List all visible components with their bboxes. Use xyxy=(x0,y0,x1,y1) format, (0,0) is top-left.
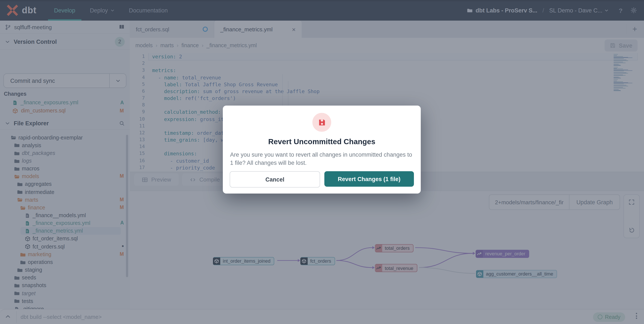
modal-body-text: Are you sure you want to revert all chan… xyxy=(230,151,414,167)
dbt-cloud-ide: dbt Develop Deploy Documentation dbt Lab… xyxy=(0,0,644,324)
modal-title: Revert Uncommitted Changes xyxy=(223,137,421,146)
modal-buttons: Cancel Revert Changes (1 file) xyxy=(230,171,414,188)
floppy-icon xyxy=(312,113,331,132)
cancel-button[interactable]: Cancel xyxy=(230,171,320,188)
revert-changes-button[interactable]: Revert Changes (1 file) xyxy=(324,171,414,187)
revert-changes-modal: Revert Uncommitted Changes Are you sure … xyxy=(223,106,421,194)
